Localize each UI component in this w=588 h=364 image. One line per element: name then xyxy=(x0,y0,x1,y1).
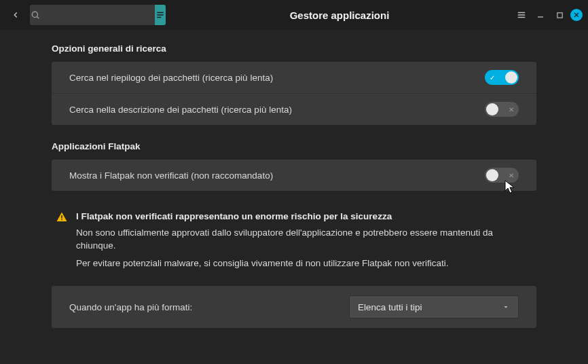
format-select-value: Elenca tutti i tipi xyxy=(358,302,422,312)
back-button[interactable] xyxy=(5,5,26,25)
close-icon xyxy=(573,12,580,18)
search-icon xyxy=(30,10,41,20)
warning-icon xyxy=(56,211,68,274)
warning-body: I Flatpak non verificati rappresentano u… xyxy=(76,210,532,274)
search-summary-label: Cerca nel riepilogo dei pacchetti (ricer… xyxy=(69,73,273,83)
check-icon: ✓ xyxy=(490,74,495,81)
warning-paragraph-1: Non sono ufficialmente approvati dallo s… xyxy=(76,226,532,253)
window-title: Gestore applicazioni xyxy=(170,10,509,21)
search-summary-toggle[interactable]: ✓ xyxy=(485,70,519,85)
menu-button[interactable] xyxy=(513,7,530,23)
search-input[interactable] xyxy=(41,10,155,20)
maximize-button[interactable] xyxy=(551,7,568,23)
search-description-toggle[interactable]: ✕ xyxy=(485,102,519,117)
toggle-knob xyxy=(505,71,517,84)
search-box xyxy=(30,5,166,25)
titlebar: Gestore applicazioni xyxy=(0,0,588,30)
search-summary-row: Cerca nel riepilogo dei pacchetti (ricer… xyxy=(52,62,536,93)
security-warning: I Flatpak non verificati rappresentano u… xyxy=(52,207,536,286)
toggle-knob xyxy=(486,169,498,181)
format-panel: Quando un'app ha più formati: Elenca tut… xyxy=(52,286,536,328)
window-controls xyxy=(513,7,583,23)
svg-point-0 xyxy=(32,12,37,17)
show-unverified-label: Mostra i Flatpak non verificati (non rac… xyxy=(69,170,273,181)
show-unverified-toggle[interactable]: ✕ xyxy=(485,168,519,183)
warning-title: I Flatpak non verificati rappresentano u… xyxy=(76,210,532,223)
maximize-icon xyxy=(556,12,564,19)
search-description-row: Cerca nella descrizione dei pacchetti (r… xyxy=(52,93,536,125)
warning-paragraph-2: Per evitare potenziali malware, si consi… xyxy=(76,257,532,270)
content-area: Opzioni generali di ricerca Cerca nel ri… xyxy=(0,30,588,364)
svg-rect-13 xyxy=(61,219,62,221)
hamburger-icon xyxy=(517,10,526,20)
minimize-icon xyxy=(536,11,545,19)
close-button[interactable] xyxy=(570,9,583,21)
chevron-down-icon xyxy=(502,303,510,311)
search-submit-button[interactable] xyxy=(155,5,166,25)
svg-rect-12 xyxy=(61,215,62,219)
search-description-label: Cerca nella descrizione dei pacchetti (r… xyxy=(69,105,292,115)
format-row: Quando un'app ha più formati: Elenca tut… xyxy=(52,286,536,328)
format-label: Quando un'app ha più formati: xyxy=(69,302,192,312)
flatpak-heading: Applicazioni Flatpak xyxy=(52,141,536,151)
toggle-knob xyxy=(486,103,498,115)
svg-line-1 xyxy=(37,17,39,19)
minimize-button[interactable] xyxy=(532,7,549,23)
list-icon xyxy=(155,10,165,20)
svg-rect-9 xyxy=(557,12,562,17)
x-icon: ✕ xyxy=(509,106,514,113)
search-options-heading: Opzioni generali di ricerca xyxy=(52,43,536,54)
x-icon: ✕ xyxy=(509,172,514,179)
format-select[interactable]: Elenca tutti i tipi xyxy=(349,295,519,318)
chevron-left-icon xyxy=(11,10,20,20)
flatpak-unverified-panel: Mostra i Flatpak non verificati (non rac… xyxy=(52,160,536,191)
show-unverified-row: Mostra i Flatpak non verificati (non rac… xyxy=(52,160,536,191)
search-options-panel: Cerca nel riepilogo dei pacchetti (ricer… xyxy=(52,62,536,125)
